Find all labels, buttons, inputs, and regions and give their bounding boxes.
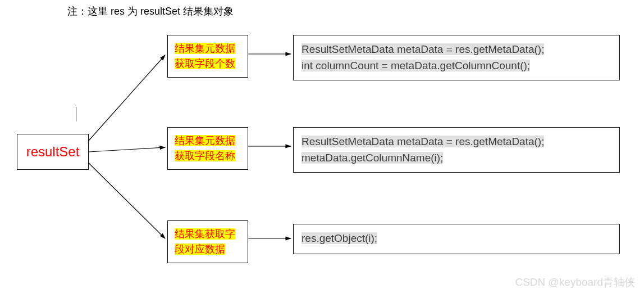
branch-label-1: 结果集元数据 获取字段个数 <box>167 35 248 78</box>
code-box-1: ResultSetMetaData metaData = res.getMeta… <box>293 35 620 80</box>
code-3-line1: res.getObject(i); <box>302 232 377 244</box>
branch-label-3: 结果集获取字 段对应数据 <box>167 220 248 263</box>
label-3-line2: 段对应数据 <box>175 244 225 255</box>
branch-label-2: 结果集元数据 获取字段名称 <box>167 127 248 170</box>
arrow-root-to-3 <box>89 163 165 238</box>
code-1-line1: ResultSetMetaData metaData = res.getMeta… <box>302 43 544 55</box>
note-text: 注：这里 res 为 resultSet 结果集对象 <box>67 4 234 18</box>
code-1-line2: int columnCount = metaData.getColumnCoun… <box>302 60 530 71</box>
code-box-2: ResultSetMetaData metaData = res.getMeta… <box>293 127 620 173</box>
code-2-line1: ResultSetMetaData metaData = res.getMeta… <box>302 136 544 147</box>
label-3-line1: 结果集获取字 <box>175 228 235 240</box>
code-2-line2: metaData.getColumnName(i); <box>302 152 443 164</box>
label-1-line2: 获取字段个数 <box>175 58 235 69</box>
label-2-line2: 获取字段名称 <box>175 150 235 161</box>
arrow-root-to-2 <box>89 147 165 152</box>
watermark: CSDN @keyboard青轴侠 <box>515 275 635 290</box>
code-box-3: res.getObject(i); <box>293 224 620 254</box>
label-2-line1: 结果集元数据 <box>175 135 235 146</box>
arrow-root-to-1 <box>89 55 165 141</box>
root-node: resultSet <box>17 134 89 170</box>
label-1-line1: 结果集元数据 <box>175 43 235 54</box>
text-cursor <box>76 107 76 121</box>
